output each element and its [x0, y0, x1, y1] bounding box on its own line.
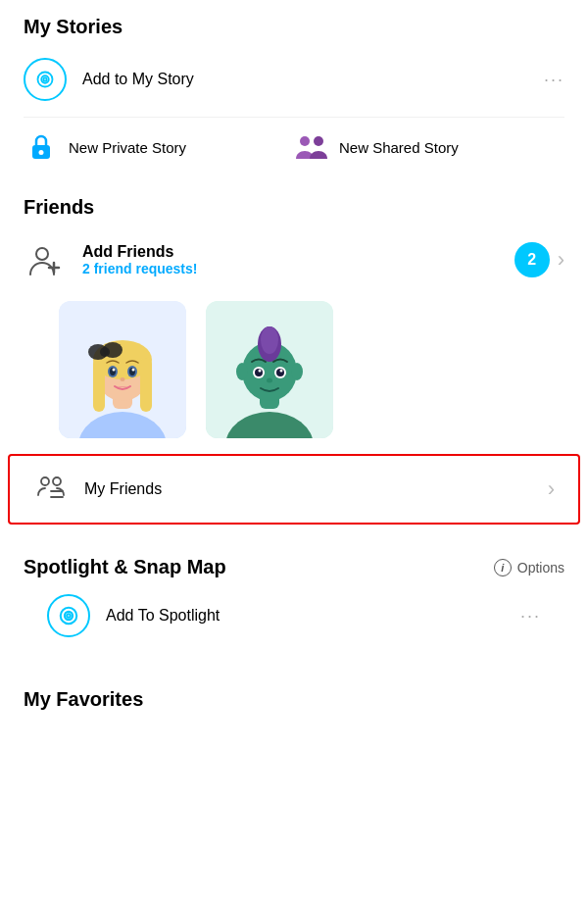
svg-point-40: [280, 370, 283, 373]
new-private-story-label: New Private Story: [69, 139, 186, 156]
svg-point-32: [261, 326, 278, 354]
svg-rect-4: [39, 150, 44, 155]
spotlight-more-dots[interactable]: ···: [520, 606, 541, 626]
svg-point-0: [41, 75, 49, 83]
svg-point-34: [291, 363, 303, 380]
my-friends-chevron: ›: [548, 476, 555, 502]
svg-point-46: [65, 612, 73, 620]
spotlight-camera-icon: [47, 594, 90, 637]
add-to-spotlight-label: Add To Spotlight: [106, 607, 220, 625]
svg-rect-16: [140, 358, 152, 412]
svg-point-43: [53, 477, 61, 485]
avatar-1: [59, 301, 186, 438]
friend-requests-badge: 2: [514, 242, 550, 277]
svg-point-26: [121, 377, 125, 381]
new-private-story-item[interactable]: New Private Story: [24, 129, 294, 165]
add-friends-item[interactable]: Add Friends 2 friend requests! 2 ›: [0, 226, 588, 293]
svg-point-6: [314, 136, 323, 146]
svg-point-39: [259, 370, 262, 373]
my-stories-title: My Stories: [0, 0, 588, 46]
new-shared-story-item[interactable]: New Shared Story: [294, 129, 564, 165]
friends-title: Friends: [0, 180, 588, 226]
add-friends-text: Add Friends 2 friend requests!: [82, 243, 514, 276]
svg-point-7: [36, 248, 48, 260]
avatar-2: [206, 301, 333, 438]
add-to-my-story-label: Add to My Story: [82, 71, 194, 88]
spotlight-snap-map-section: Spotlight & Snap Map i Options Add To Sp…: [0, 540, 588, 649]
my-favorites-title: My Favorites: [24, 673, 564, 719]
svg-point-25: [132, 369, 135, 372]
add-friends-title: Add Friends: [82, 243, 514, 261]
options-label: Options: [517, 560, 564, 576]
more-dots-icon[interactable]: ···: [544, 70, 564, 90]
svg-point-48: [67, 614, 71, 618]
friend-requests-subtitle: 2 friend requests!: [82, 261, 514, 276]
svg-point-42: [41, 477, 49, 485]
options-button[interactable]: i Options: [494, 559, 564, 576]
my-friends-item[interactable]: My Friends ›: [8, 454, 580, 525]
camera-circle-icon: [24, 58, 67, 101]
info-icon: i: [494, 559, 512, 576]
svg-rect-15: [93, 358, 105, 412]
svg-point-2: [43, 77, 46, 80]
svg-point-1: [38, 73, 53, 87]
avatars-row: [0, 293, 588, 454]
group-icon: [294, 129, 329, 165]
my-favorites-section: My Favorites: [0, 657, 588, 726]
svg-point-24: [113, 369, 116, 372]
friends-section: Friends Add Friends 2 friend requests! 2…: [0, 180, 588, 525]
my-friends-label: My Friends: [84, 480, 548, 498]
new-shared-story-label: New Shared Story: [339, 139, 459, 156]
svg-point-41: [267, 378, 272, 383]
add-person-icon: [24, 238, 67, 281]
my-stories-section: My Stories Add to My Story ··· New Priva…: [0, 0, 588, 180]
snap-map-header: Spotlight & Snap Map i Options: [24, 556, 564, 578]
svg-point-19: [100, 347, 110, 357]
divider-1: [24, 117, 564, 118]
svg-point-5: [300, 136, 310, 146]
add-to-spotlight-item[interactable]: Add To Spotlight ···: [24, 582, 564, 649]
snap-map-title: Spotlight & Snap Map: [24, 556, 226, 578]
svg-point-33: [236, 363, 248, 380]
story-options-row: New Private Story New Shared Story: [0, 122, 588, 180]
lock-icon: [24, 129, 59, 165]
svg-point-47: [61, 608, 77, 625]
chevron-right-icon: ›: [558, 247, 564, 273]
add-to-my-story-item[interactable]: Add to My Story ···: [0, 46, 588, 113]
friends-list-icon: [33, 472, 69, 507]
